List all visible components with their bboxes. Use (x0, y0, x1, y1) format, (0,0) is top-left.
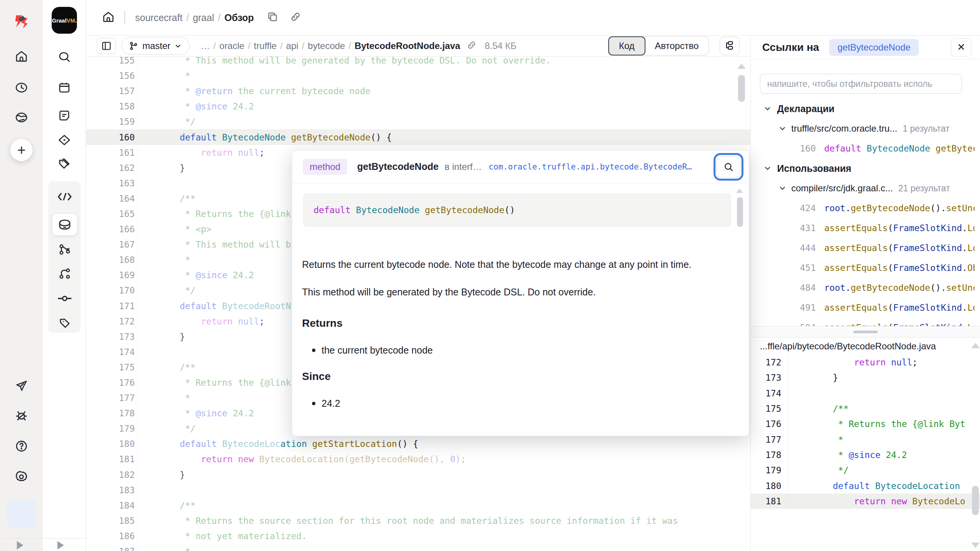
tags-section-icon[interactable] (52, 312, 77, 334)
line-number[interactable]: 184 (86, 500, 135, 510)
line-number[interactable]: 176 (86, 378, 135, 388)
create-button[interactable]: + (10, 139, 33, 161)
code-line[interactable]: 155 * This method will be generated by t… (86, 57, 750, 68)
repository-section-icon[interactable] (52, 214, 77, 235)
line-number[interactable]: 177 (86, 393, 135, 403)
home-nav-icon[interactable] (9, 46, 34, 67)
preview-line-number[interactable]: 174 (751, 388, 781, 398)
preview-code-line[interactable]: 172 return null; (751, 355, 980, 370)
graalvm-project-avatar[interactable]: GraalVM. (52, 7, 77, 34)
line-number[interactable]: 180 (86, 439, 135, 449)
preview-line-number[interactable]: 181 (751, 496, 781, 506)
preview-line-number[interactable]: 178 (751, 450, 781, 460)
reference-result-row[interactable]: 484root.getBytecodeNode().setUnc (751, 278, 975, 298)
find-references-button[interactable] (717, 156, 740, 178)
line-number[interactable]: 170 (86, 285, 135, 295)
line-number[interactable]: 179 (86, 424, 135, 434)
merge-requests-section-icon[interactable] (52, 263, 77, 284)
branch-selector[interactable]: master (121, 37, 190, 55)
sourcecraft-logo-icon[interactable] (9, 11, 34, 32)
line-number[interactable]: 167 (86, 240, 135, 249)
preview-scrollbar-thumb[interactable] (972, 486, 979, 515)
line-number[interactable]: 158 (86, 101, 135, 111)
commits-section-icon[interactable] (52, 288, 77, 309)
search-icon[interactable] (52, 46, 77, 68)
path-ellipsis[interactable]: … (201, 41, 210, 51)
forks-section-icon[interactable] (52, 239, 77, 260)
code-line[interactable]: 158 * @since 24.2 (86, 99, 750, 114)
send-feedback-icon[interactable] (9, 375, 34, 396)
path-seg-oracle[interactable]: oracle (219, 41, 244, 51)
labels-icon[interactable] (52, 153, 77, 174)
editor-scroll-up-icon[interactable] (737, 64, 746, 69)
line-number[interactable]: 175 (86, 362, 135, 372)
preview-line-number[interactable]: 172 (751, 357, 781, 367)
boards-icon[interactable] (52, 129, 77, 151)
reference-result-row[interactable]: 451assertEquals(FrameSlotKind.Ob (751, 258, 975, 278)
code-line[interactable]: 181 return new BytecodeLocation(getBytec… (86, 452, 750, 467)
home-breadcrumb-icon[interactable] (102, 11, 114, 24)
help-icon[interactable] (9, 435, 34, 457)
history-nav-icon[interactable] (9, 77, 34, 98)
code-line[interactable]: 159 */ (86, 114, 750, 129)
breadcrumb-repo[interactable]: graal (193, 12, 214, 23)
popup-fqn-link[interactable]: com.oracle.truffle.api.bytecode.Bytecode… (488, 162, 710, 171)
line-number[interactable]: 168 (86, 255, 135, 265)
references-section-row[interactable]: Декларации (751, 99, 975, 119)
preview-line-number[interactable]: 173 (751, 373, 781, 383)
line-number[interactable]: 162 (86, 163, 135, 173)
code-line[interactable]: 186 * not yet materialized. (86, 528, 750, 544)
line-number[interactable]: 163 (86, 178, 135, 188)
preview-line-number[interactable]: 177 (751, 435, 781, 445)
line-number[interactable]: 155 (86, 57, 135, 65)
reference-result-row[interactable]: 160default BytecodeNode getBytec (751, 139, 975, 158)
preview-code-line[interactable]: 173 } (751, 370, 980, 385)
preview-code-line[interactable]: 178 * @since 24.2 (751, 447, 980, 463)
preview-code-line[interactable]: 174 (751, 386, 980, 401)
references-symbol-badge[interactable]: getBytecodeNode (829, 39, 919, 56)
code-line[interactable]: 187 * (86, 544, 750, 551)
preview-code-line[interactable]: 179 */ (751, 463, 980, 478)
line-number[interactable]: 161 (86, 148, 135, 158)
code-line[interactable]: 182 } (86, 467, 750, 483)
popup-scrollbar-thumb[interactable] (737, 197, 743, 227)
expand-rail2-icon[interactable] (57, 541, 64, 549)
reference-file-row[interactable]: truffle/src/com.oracle.tru...1 результат (751, 119, 975, 139)
preview-file-path[interactable]: ...ffle/api/bytecode/BytecodeRootNode.ja… (751, 337, 980, 355)
copy-path-icon[interactable] (466, 40, 477, 52)
editor-scrollbar-thumb[interactable] (738, 75, 745, 102)
path-seg-api[interactable]: api (286, 41, 298, 51)
preview-code-line[interactable]: 180 default BytecodeLocation (751, 478, 980, 493)
close-panel-button[interactable]: ✕ (951, 38, 972, 57)
line-number[interactable]: 166 (86, 224, 135, 234)
preview-line-number[interactable]: 180 (751, 481, 781, 491)
toggle-file-tree-button[interactable] (97, 38, 116, 54)
line-number[interactable]: 173 (86, 332, 135, 342)
preview-code-line[interactable]: 181 return new BytecodeLo (751, 494, 980, 509)
panel-splitter[interactable] (751, 326, 980, 337)
symbols-outline-button[interactable] (720, 37, 740, 55)
view-code-tab[interactable]: Код (608, 36, 645, 55)
account-avatar[interactable] (7, 500, 36, 528)
code-line[interactable]: 157 * @return the current bytecode node (86, 83, 750, 99)
line-number[interactable]: 183 (86, 485, 135, 495)
explore-globe-icon[interactable] (9, 107, 34, 128)
copy-icon[interactable] (267, 11, 278, 24)
calendar-icon[interactable] (52, 77, 77, 98)
path-seg-bytecode[interactable]: bytecode (308, 41, 345, 51)
line-number[interactable]: 164 (86, 194, 135, 204)
code-line[interactable]: 156 * (86, 68, 750, 83)
line-number[interactable]: 165 (86, 209, 135, 219)
bug-report-icon[interactable] (9, 405, 34, 426)
path-seg-truffle[interactable]: truffle (254, 41, 277, 51)
line-number[interactable]: 178 (86, 408, 135, 418)
preview-line-number[interactable]: 176 (751, 419, 781, 429)
view-blame-tab[interactable]: Авторство (645, 37, 709, 55)
code-line[interactable]: 180 default BytecodeLocation getStartLoc… (86, 436, 750, 452)
preview-code-line[interactable]: 175 /** (751, 401, 980, 416)
line-number[interactable]: 157 (86, 86, 135, 96)
line-number[interactable]: 159 (86, 117, 135, 127)
line-number[interactable]: 156 (86, 71, 135, 81)
preview-code-line[interactable]: 177 * (751, 432, 980, 447)
preview-code-line[interactable]: 176 * Returns the {@link Byt (751, 416, 980, 432)
